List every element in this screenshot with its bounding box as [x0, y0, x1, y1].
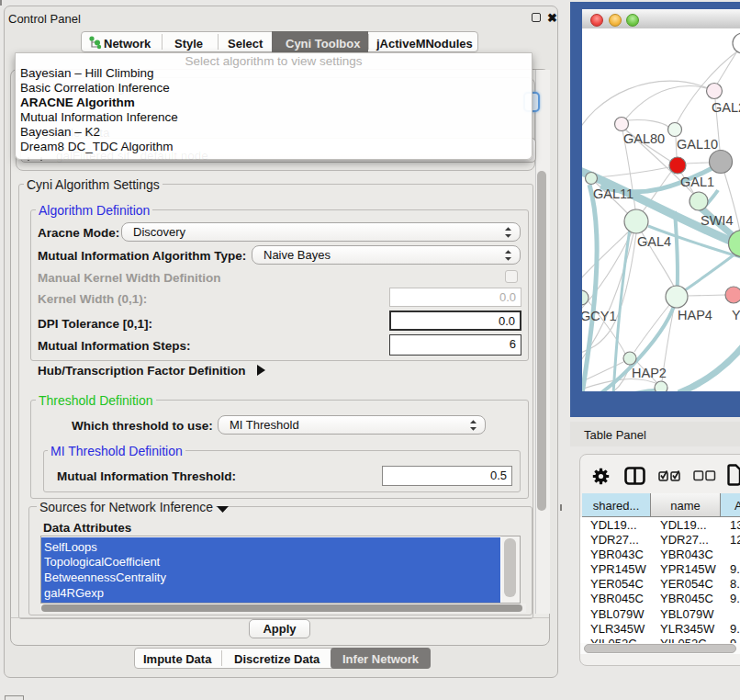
- svg-text:HAP4: HAP4: [678, 308, 712, 322]
- svg-text:GAL4: GAL4: [637, 234, 671, 249]
- svg-text:SWI4: SWI4: [701, 213, 733, 228]
- svg-text:GAL11: GAL11: [593, 186, 633, 201]
- svg-text:YJ: YJ: [732, 308, 740, 322]
- svg-text:GCY1: GCY1: [582, 309, 617, 323]
- svg-text:HAP2: HAP2: [632, 366, 667, 380]
- svg-text:GAL10: GAL10: [677, 137, 718, 152]
- svg-text:GAL80: GAL80: [623, 131, 665, 146]
- svg-text:GAL1: GAL1: [680, 175, 714, 189]
- svg-text:GAL2: GAL2: [712, 100, 740, 115]
